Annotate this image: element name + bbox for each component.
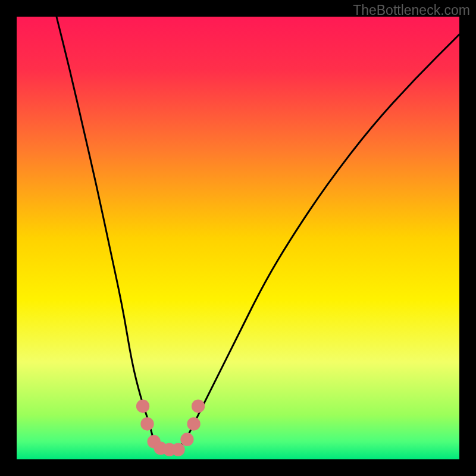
watermark-text: TheBottleneck.com	[353, 2, 470, 18]
highlight-point-7	[187, 417, 200, 430]
highlight-point-0	[136, 400, 149, 413]
highlight-point-5	[171, 443, 184, 456]
highlight-point-6	[180, 433, 193, 446]
highlight-point-8	[192, 400, 205, 413]
plot-area	[17, 17, 459, 459]
bottleneck-chart	[0, 0, 476, 476]
highlight-point-1	[140, 417, 154, 430]
chart-frame: TheBottleneck.com	[0, 0, 476, 476]
